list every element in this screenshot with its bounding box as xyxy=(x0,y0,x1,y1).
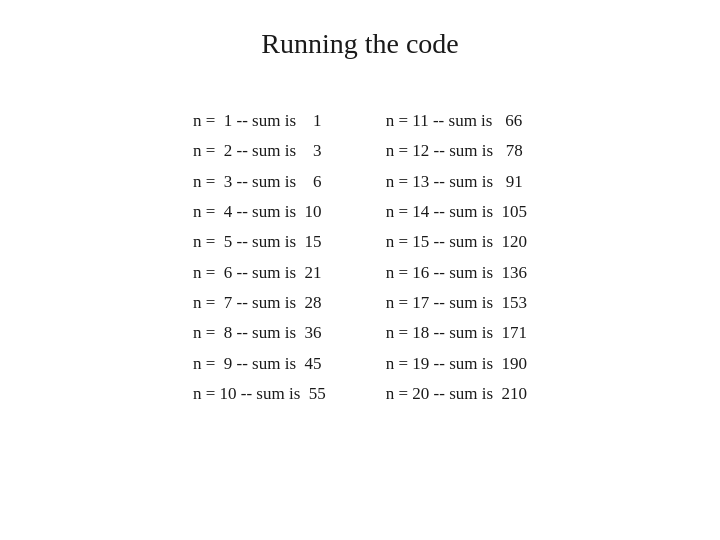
output-line: n = 11 -- sum is 66 xyxy=(386,108,527,134)
page-title: Running the code xyxy=(261,28,459,60)
output-line: n = 20 -- sum is 210 xyxy=(386,381,527,407)
right-column: n = 11 -- sum is 66n = 12 -- sum is 78n … xyxy=(386,108,527,407)
output-line: n = 14 -- sum is 105 xyxy=(386,199,527,225)
output-line: n = 5 -- sum is 15 xyxy=(193,229,326,255)
output-line: n = 15 -- sum is 120 xyxy=(386,229,527,255)
output-content: n = 1 -- sum is 1n = 2 -- sum is 3n = 3 … xyxy=(193,108,527,407)
output-line: n = 2 -- sum is 3 xyxy=(193,138,326,164)
output-line: n = 17 -- sum is 153 xyxy=(386,290,527,316)
output-line: n = 7 -- sum is 28 xyxy=(193,290,326,316)
left-column: n = 1 -- sum is 1n = 2 -- sum is 3n = 3 … xyxy=(193,108,326,407)
output-line: n = 6 -- sum is 21 xyxy=(193,260,326,286)
output-line: n = 4 -- sum is 10 xyxy=(193,199,326,225)
output-line: n = 1 -- sum is 1 xyxy=(193,108,326,134)
output-line: n = 10 -- sum is 55 xyxy=(193,381,326,407)
output-line: n = 13 -- sum is 91 xyxy=(386,169,527,195)
output-line: n = 9 -- sum is 45 xyxy=(193,351,326,377)
output-line: n = 8 -- sum is 36 xyxy=(193,320,326,346)
output-line: n = 16 -- sum is 136 xyxy=(386,260,527,286)
output-line: n = 3 -- sum is 6 xyxy=(193,169,326,195)
output-line: n = 18 -- sum is 171 xyxy=(386,320,527,346)
output-line: n = 19 -- sum is 190 xyxy=(386,351,527,377)
output-line: n = 12 -- sum is 78 xyxy=(386,138,527,164)
